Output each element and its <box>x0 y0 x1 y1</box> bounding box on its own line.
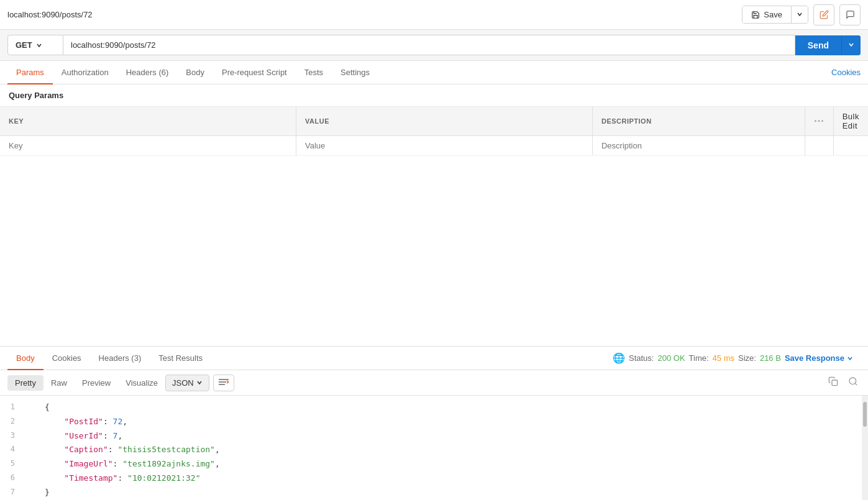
format-tab-visualize[interactable]: Visualize <box>118 375 165 391</box>
chevron-down-icon <box>797 11 803 17</box>
format-bar: Pretty Raw Preview Visualize JSON <box>0 370 868 396</box>
table-header-row: KEY VALUE DESCRIPTION ··· Bulk Edit <box>0 107 868 136</box>
send-chevron-icon <box>848 42 854 48</box>
format-select[interactable]: JSON <box>165 375 209 391</box>
desc-input[interactable] <box>601 141 796 150</box>
top-bar-actions: Save <box>742 4 861 25</box>
method-select[interactable]: GET <box>7 35 63 55</box>
scrollbar-thumb <box>863 402 867 427</box>
json-line-4: 4 "Caption" : "thisis5testcaption" , <box>0 443 868 457</box>
comment-button[interactable] <box>839 4 861 25</box>
json-line-3: 3 "UserId" : 7 , <box>0 429 868 443</box>
wrap-button[interactable] <box>213 375 234 391</box>
col-header-bulk-edit: Bulk Edit <box>833 107 868 136</box>
tab-settings[interactable]: Settings <box>332 61 378 84</box>
format-tab-preview[interactable]: Preview <box>75 375 118 391</box>
json-line-7: 7 } <box>0 486 868 500</box>
col-header-value: VALUE <box>296 107 593 136</box>
send-button[interactable]: Send <box>795 35 841 55</box>
format-tab-pretty[interactable]: Pretty <box>7 375 43 391</box>
svg-rect-3 <box>832 380 838 386</box>
cookies-link[interactable]: Cookies <box>831 61 861 83</box>
query-params-title: Query Params <box>0 84 868 107</box>
tab-params[interactable]: Params <box>7 61 53 84</box>
save-button[interactable]: Save <box>742 6 791 23</box>
save-response-label: Save Response <box>785 353 844 363</box>
globe-icon: 🌐 <box>613 352 625 364</box>
key-cell <box>0 136 296 156</box>
bulk-edit-cell <box>833 136 868 156</box>
size-value: 216 B <box>760 353 781 363</box>
scrollbar[interactable] <box>862 396 868 500</box>
json-viewer: 1 { 2 "PostId" : 72 , 3 "UserId" : 7 , 4 <box>0 396 868 500</box>
value-input[interactable] <box>305 141 583 150</box>
json-line-2: 2 "PostId" : 72 , <box>0 415 868 429</box>
copy-button[interactable] <box>826 374 841 391</box>
col-header-actions: ··· <box>805 107 833 136</box>
format-tabs: Pretty Raw Preview Visualize JSON <box>7 375 234 391</box>
save-response-button[interactable]: Save Response <box>785 353 853 363</box>
response-tab-body[interactable]: Body <box>7 347 43 370</box>
status-value: 200 OK <box>657 353 685 363</box>
col-header-desc: DESCRIPTION <box>592 107 805 136</box>
response-status-bar: 🌐 Status: 200 OK Time: 45 ms Size: 216 B… <box>605 352 861 364</box>
actions-cell <box>805 136 833 156</box>
json-line-1: 1 { <box>0 401 868 415</box>
svg-point-4 <box>849 378 856 384</box>
tab-body[interactable]: Body <box>177 61 213 84</box>
comment-icon <box>846 10 855 19</box>
size-label: Size: <box>738 353 756 363</box>
tab-headers[interactable]: Headers (6) <box>117 61 178 84</box>
time-label: Time: <box>689 353 709 363</box>
request-tabs: Params Authorization Headers (6) Body Pr… <box>7 61 378 84</box>
edit-icon <box>820 10 829 19</box>
format-chevron-icon <box>196 380 203 386</box>
method-chevron-icon <box>36 42 42 48</box>
table-row <box>0 136 868 156</box>
format-right-actions <box>826 374 861 391</box>
save-response-chevron-icon <box>847 355 853 361</box>
response-tab-headers[interactable]: Headers (3) <box>90 347 150 370</box>
desc-cell <box>592 136 805 156</box>
tab-prerequest[interactable]: Pre-request Script <box>213 61 296 84</box>
bulk-edit-button[interactable]: Bulk Edit <box>843 112 859 130</box>
send-button-group: Send <box>795 35 861 55</box>
value-cell <box>296 136 593 156</box>
url-bar: GET Send <box>0 30 868 61</box>
time-value: 45 ms <box>713 353 734 363</box>
request-title: localhost:9090/posts/72 <box>7 10 93 19</box>
request-tabs-bar: Params Authorization Headers (6) Body Pr… <box>0 61 868 84</box>
tab-authorization[interactable]: Authorization <box>53 61 117 84</box>
col-header-key: KEY <box>0 107 296 136</box>
wrap-icon <box>219 378 229 386</box>
tab-tests[interactable]: Tests <box>296 61 332 84</box>
edit-button[interactable] <box>813 4 834 25</box>
params-table: KEY VALUE DESCRIPTION ··· Bulk Edit <box>0 107 868 156</box>
method-label: GET <box>16 40 32 50</box>
more-options-icon[interactable]: ··· <box>814 116 824 126</box>
response-section: Body Cookies Headers (3) Test Results 🌐 … <box>0 347 868 500</box>
status-label: Status: <box>629 353 654 363</box>
json-line-5: 5 "ImageUrl" : "test1892ajnks.img" , <box>0 457 868 471</box>
svg-line-5 <box>855 383 857 385</box>
response-tabs-bar: Body Cookies Headers (3) Test Results 🌐 … <box>0 347 868 370</box>
response-tabs: Body Cookies Headers (3) Test Results <box>7 347 211 370</box>
response-tab-cookies[interactable]: Cookies <box>43 347 90 370</box>
search-button[interactable] <box>846 374 861 391</box>
format-tab-raw[interactable]: Raw <box>43 375 75 391</box>
request-section: Params Authorization Headers (6) Body Pr… <box>0 61 868 347</box>
save-dropdown-button[interactable] <box>791 6 808 23</box>
key-input[interactable] <box>9 141 287 150</box>
save-icon <box>751 11 760 19</box>
save-label: Save <box>764 10 782 19</box>
json-line-6: 6 "Timestamp" : "10:0212021:32" <box>0 471 868 486</box>
send-dropdown-button[interactable] <box>841 35 861 55</box>
save-button-group[interactable]: Save <box>742 6 808 24</box>
top-bar: localhost:9090/posts/72 Save <box>0 0 868 30</box>
format-select-label: JSON <box>172 378 194 388</box>
response-tab-test-results[interactable]: Test Results <box>150 347 211 370</box>
url-input[interactable] <box>63 35 795 55</box>
